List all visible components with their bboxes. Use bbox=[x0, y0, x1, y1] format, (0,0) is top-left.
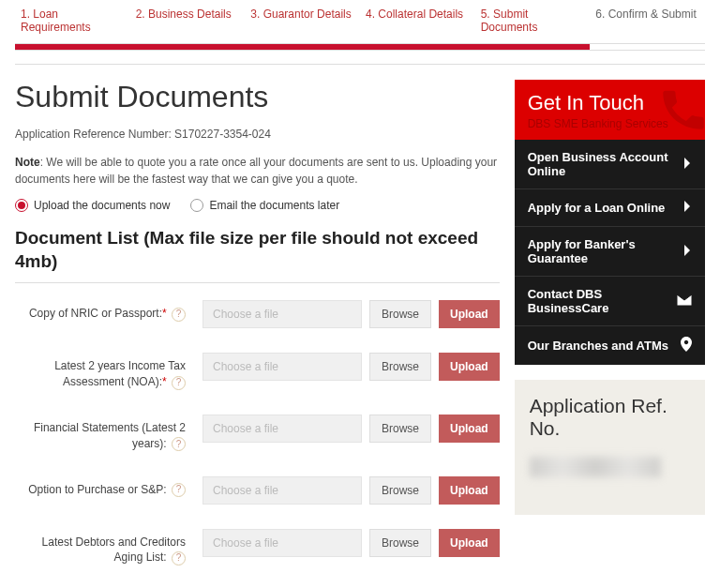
application-ref-title: Application Ref. No. bbox=[530, 395, 690, 440]
sidebar-link-0[interactable]: Open Business Account Online bbox=[515, 140, 705, 189]
chevron-icon bbox=[682, 200, 692, 216]
document-label: Latest 2 years Income Tax Assessment (NO… bbox=[15, 353, 191, 390]
radio-email-later[interactable]: Email the documents later bbox=[190, 199, 339, 212]
document-row: Latest 2 years Income Tax Assessment (NO… bbox=[15, 353, 500, 390]
browse-button[interactable]: Browse bbox=[369, 300, 431, 328]
sidebar-link-2[interactable]: Apply for Banker's Guarantee bbox=[515, 227, 705, 277]
document-label: Latest Debtors and Creditors Aging List:… bbox=[15, 529, 191, 566]
chevron-icon bbox=[682, 244, 692, 260]
sidebar-links: Open Business Account OnlineApply for a … bbox=[515, 140, 705, 365]
upload-button[interactable]: Upload bbox=[439, 529, 500, 557]
note-text: Note: We will be able to quote you a rat… bbox=[15, 154, 500, 188]
upload-button[interactable]: Upload bbox=[439, 415, 500, 443]
pin-icon bbox=[681, 337, 692, 354]
sidebar-link-label: Open Business Account Online bbox=[528, 150, 682, 178]
sidebar-link-label: Contact DBS BusinessCare bbox=[528, 287, 677, 315]
application-ref-value-redacted bbox=[530, 457, 661, 477]
upload-button[interactable]: Upload bbox=[439, 476, 500, 505]
sidebar-link-label: Our Branches and ATMs bbox=[528, 339, 668, 353]
step-4[interactable]: 4. Collateral Details bbox=[360, 8, 475, 43]
stepper-progress-bar bbox=[15, 43, 705, 51]
sidebar-link-label: Apply for Banker's Guarantee bbox=[528, 237, 682, 265]
file-input-display[interactable]: Choose a file bbox=[202, 300, 362, 328]
document-list-heading: Document List (Max file size per file sh… bbox=[15, 227, 500, 273]
radio-label: Upload the documents now bbox=[34, 199, 170, 212]
step-3[interactable]: 3. Guarantor Details bbox=[245, 8, 360, 43]
upload-button[interactable]: Upload bbox=[439, 353, 500, 381]
document-label: Financial Statements (Latest 2 years): ? bbox=[15, 415, 191, 452]
application-reference: Application Reference Number: S170227-33… bbox=[15, 128, 500, 141]
radio-label: Email the documents later bbox=[209, 199, 339, 212]
document-row: Copy of NRIC or Passport:* ?Choose a fil… bbox=[15, 300, 500, 328]
document-row: Financial Statements (Latest 2 years): ?… bbox=[15, 415, 500, 452]
progress-segment bbox=[475, 44, 591, 50]
phone-icon bbox=[656, 82, 705, 140]
get-in-touch-panel: Get In Touch DBS SME Banking Services bbox=[515, 80, 705, 140]
mail-icon bbox=[677, 294, 692, 309]
progress-segment bbox=[590, 44, 705, 50]
document-row: Latest Debtors and Creditors Aging List:… bbox=[15, 529, 500, 566]
divider bbox=[15, 282, 500, 283]
file-input-display[interactable]: Choose a file bbox=[202, 476, 362, 505]
application-ref-box: Application Ref. No. bbox=[515, 380, 705, 515]
help-icon[interactable]: ? bbox=[172, 376, 186, 390]
sidebar-link-label: Apply for a Loan Online bbox=[528, 201, 666, 215]
file-input-display[interactable]: Choose a file bbox=[202, 353, 362, 381]
page-title: Submit Documents bbox=[15, 80, 500, 114]
stepper: 1. Loan Requirements2. Business Details3… bbox=[15, 0, 705, 43]
browse-button[interactable]: Browse bbox=[369, 529, 431, 557]
help-icon[interactable]: ? bbox=[172, 551, 186, 565]
radio-upload-now[interactable]: Upload the documents now bbox=[15, 199, 170, 212]
browse-button[interactable]: Browse bbox=[369, 353, 431, 381]
document-label: Option to Purchase or S&P: ? bbox=[15, 476, 191, 498]
progress-segment bbox=[245, 44, 360, 50]
sidebar-link-1[interactable]: Apply for a Loan Online bbox=[515, 189, 705, 227]
sidebar-link-3[interactable]: Contact DBS BusinessCare bbox=[515, 277, 705, 326]
progress-segment bbox=[130, 44, 246, 50]
document-row: Option to Purchase or S&P: ?Choose a fil… bbox=[15, 476, 500, 505]
radio-icon bbox=[190, 199, 203, 212]
step-5[interactable]: 5. Submit Documents bbox=[475, 8, 591, 43]
browse-button[interactable]: Browse bbox=[369, 415, 431, 443]
chevron-icon bbox=[682, 157, 692, 173]
file-input-display[interactable]: Choose a file bbox=[202, 415, 362, 443]
help-icon[interactable]: ? bbox=[172, 483, 186, 497]
document-label: Copy of NRIC or Passport:* ? bbox=[15, 300, 191, 322]
step-6[interactable]: 6. Confirm & Submit bbox=[590, 8, 705, 43]
upload-button[interactable]: Upload bbox=[439, 300, 500, 328]
radio-icon bbox=[15, 199, 28, 212]
sidebar-link-4[interactable]: Our Branches and ATMs bbox=[515, 326, 705, 365]
browse-button[interactable]: Browse bbox=[369, 476, 431, 505]
progress-segment bbox=[15, 44, 130, 50]
step-2[interactable]: 2. Business Details bbox=[130, 8, 246, 43]
help-icon[interactable]: ? bbox=[172, 437, 186, 451]
progress-segment bbox=[360, 44, 475, 50]
help-icon[interactable]: ? bbox=[172, 308, 186, 322]
step-1[interactable]: 1. Loan Requirements bbox=[15, 8, 130, 43]
upload-mode-radios: Upload the documents now Email the docum… bbox=[15, 199, 500, 212]
file-input-display[interactable]: Choose a file bbox=[202, 529, 362, 557]
